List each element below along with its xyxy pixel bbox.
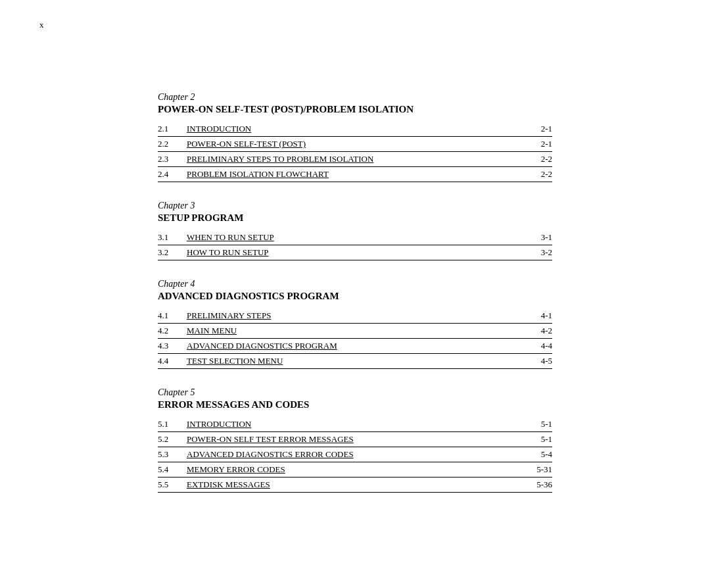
toc-row: 4.3ADVANCED DIAGNOSTICS PROGRAM4-4 <box>158 339 552 354</box>
toc-page-number: 3-1 <box>513 230 552 245</box>
toc-row: 5.5EXTDISK MESSAGES5-36 <box>158 478 552 493</box>
toc-page-number: 5-1 <box>513 417 552 432</box>
toc-row: 5.4MEMORY ERROR CODES5-31 <box>158 462 552 478</box>
toc-page-number: 4-1 <box>513 308 552 324</box>
chapter-section-3: Chapter 3SETUP PROGRAM3.1WHEN TO RUN SET… <box>158 201 552 260</box>
chapter-section-5: Chapter 5ERROR MESSAGES AND CODES5.1INTR… <box>158 387 552 493</box>
toc-section-title: INTRODUCTION <box>184 417 513 432</box>
toc-section-title: PRELIMINARY STEPS TO PROBLEM ISOLATION <box>184 152 513 167</box>
toc-section-number: 4.2 <box>158 324 184 339</box>
toc-section-title: HOW TO RUN SETUP <box>184 245 513 260</box>
chapter-section-2: Chapter 2POWER-ON SELF-TEST (POST)/PROBL… <box>158 92 552 182</box>
toc-row: 5.2POWER-ON SELF TEST ERROR MESSAGES5-1 <box>158 432 552 447</box>
toc-section-title: POWER-ON SELF-TEST (POST) <box>184 137 513 152</box>
page-marker: x <box>39 20 44 30</box>
toc-row: 2.4PROBLEM ISOLATION FLOWCHART2-2 <box>158 167 552 182</box>
toc-page-number: 5-4 <box>513 447 552 462</box>
toc-row: 2.1INTRODUCTION2-1 <box>158 122 552 137</box>
toc-page-number: 3-2 <box>513 245 552 260</box>
chapter-label-2: Chapter 2 <box>158 92 552 103</box>
chapter-label-5: Chapter 5 <box>158 387 552 398</box>
toc-section-number: 3.1 <box>158 230 184 245</box>
toc-section-number: 2.2 <box>158 137 184 152</box>
toc-table-chapter-5: 5.1INTRODUCTION5-15.2POWER-ON SELF TEST … <box>158 417 552 493</box>
toc-section-number: 5.3 <box>158 447 184 462</box>
chapter-label-3: Chapter 3 <box>158 201 552 211</box>
toc-table-chapter-3: 3.1WHEN TO RUN SETUP3-13.2HOW TO RUN SET… <box>158 230 552 260</box>
toc-section-number: 2.3 <box>158 152 184 167</box>
chapter-label-4: Chapter 4 <box>158 279 552 289</box>
chapter-section-4: Chapter 4ADVANCED DIAGNOSTICS PROGRAM4.1… <box>158 279 552 369</box>
toc-row: 2.3PRELIMINARY STEPS TO PROBLEM ISOLATIO… <box>158 152 552 167</box>
toc-page-number: 2-1 <box>513 137 552 152</box>
toc-table-chapter-2: 2.1INTRODUCTION2-12.2POWER-ON SELF-TEST … <box>158 122 552 182</box>
chapter-title-4: ADVANCED DIAGNOSTICS PROGRAM <box>158 291 552 302</box>
toc-row: 5.3ADVANCED DIAGNOSTICS ERROR CODES5-4 <box>158 447 552 462</box>
toc-section-title: PRELIMINARY STEPS <box>184 308 513 324</box>
toc-page-number: 5-1 <box>513 432 552 447</box>
toc-row: 5.1INTRODUCTION5-1 <box>158 417 552 432</box>
toc-section-number: 4.3 <box>158 339 184 354</box>
chapter-title-2: POWER-ON SELF-TEST (POST)/PROBLEM ISOLAT… <box>158 104 552 115</box>
toc-row: 4.1PRELIMINARY STEPS4-1 <box>158 308 552 324</box>
toc-row: 3.1WHEN TO RUN SETUP3-1 <box>158 230 552 245</box>
toc-row: 4.2MAIN MENU4-2 <box>158 324 552 339</box>
chapter-title-3: SETUP PROGRAM <box>158 212 552 224</box>
toc-section-number: 2.4 <box>158 167 184 182</box>
toc-section-number: 5.2 <box>158 432 184 447</box>
toc-section-title: MEMORY ERROR CODES <box>184 462 513 478</box>
toc-section-title: PROBLEM ISOLATION FLOWCHART <box>184 167 513 182</box>
toc-table-chapter-4: 4.1PRELIMINARY STEPS4-14.2MAIN MENU4-24.… <box>158 308 552 369</box>
toc-section-number: 5.5 <box>158 478 184 493</box>
toc-section-title: MAIN MENU <box>184 324 513 339</box>
toc-section-number: 5.1 <box>158 417 184 432</box>
toc-row: 2.2POWER-ON SELF-TEST (POST)2-1 <box>158 137 552 152</box>
toc-page-number: 2-2 <box>513 167 552 182</box>
toc-section-number: 4.1 <box>158 308 184 324</box>
toc-section-title: INTRODUCTION <box>184 122 513 137</box>
toc-section-number: 5.4 <box>158 462 184 478</box>
toc-content: Chapter 2POWER-ON SELF-TEST (POST)/PROBL… <box>158 92 552 511</box>
toc-row: 4.4TEST SELECTION MENU4-5 <box>158 354 552 369</box>
toc-page-number: 4-4 <box>513 339 552 354</box>
toc-row: 3.2HOW TO RUN SETUP3-2 <box>158 245 552 260</box>
toc-section-title: ADVANCED DIAGNOSTICS PROGRAM <box>184 339 513 354</box>
toc-section-title: WHEN TO RUN SETUP <box>184 230 513 245</box>
toc-section-title: TEST SELECTION MENU <box>184 354 513 369</box>
toc-section-title: EXTDISK MESSAGES <box>184 478 513 493</box>
toc-section-title: ADVANCED DIAGNOSTICS ERROR CODES <box>184 447 513 462</box>
toc-section-number: 2.1 <box>158 122 184 137</box>
toc-page-number: 2-2 <box>513 152 552 167</box>
toc-section-number: 3.2 <box>158 245 184 260</box>
toc-page-number: 5-36 <box>513 478 552 493</box>
toc-section-number: 4.4 <box>158 354 184 369</box>
toc-section-title: POWER-ON SELF TEST ERROR MESSAGES <box>184 432 513 447</box>
toc-page-number: 4-5 <box>513 354 552 369</box>
toc-page-number: 4-2 <box>513 324 552 339</box>
chapter-title-5: ERROR MESSAGES AND CODES <box>158 399 552 410</box>
toc-page-number: 5-31 <box>513 462 552 478</box>
toc-page-number: 2-1 <box>513 122 552 137</box>
